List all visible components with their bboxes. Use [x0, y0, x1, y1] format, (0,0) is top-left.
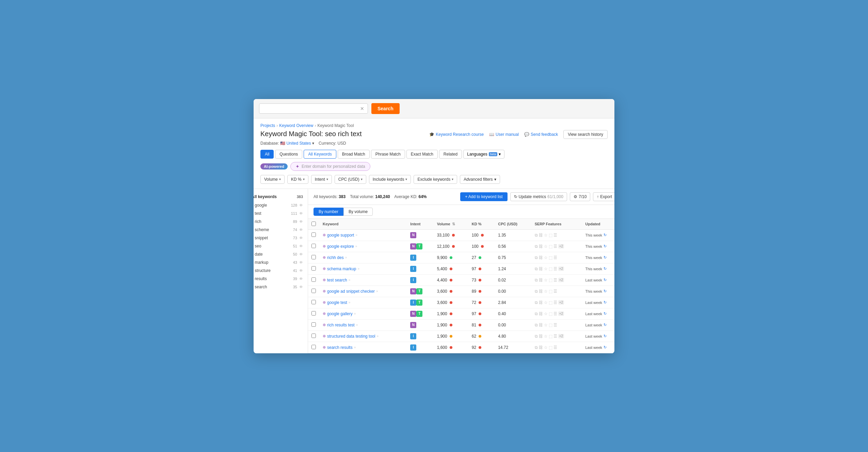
eye-icon[interactable]: 👁	[299, 285, 303, 289]
updated-cell: Last week ↻	[585, 300, 615, 305]
refresh-icon[interactable]: ↻	[604, 311, 607, 316]
sidebar-item-search[interactable]: › search 35 👁	[254, 283, 308, 291]
keyword-link[interactable]: ⊕ structured data testing tool »	[323, 334, 403, 339]
refresh-icon[interactable]: ↻	[604, 300, 607, 305]
breadcrumb-projects[interactable]: Projects	[260, 123, 275, 128]
keyword-link[interactable]: ⊕ search results »	[323, 345, 403, 350]
search-input[interactable]: seo rich text	[263, 106, 358, 111]
eye-icon[interactable]: 👁	[299, 228, 303, 232]
kd-indicator	[479, 279, 481, 281]
kd-filter[interactable]: KD % ▾	[287, 175, 308, 184]
domain-input[interactable]: ✦ Enter domain for personalized data	[290, 162, 370, 171]
refresh-icon[interactable]: ↻	[604, 289, 607, 293]
row-checkbox[interactable]	[311, 334, 316, 338]
row-checkbox[interactable]	[311, 244, 316, 248]
row-checkbox[interactable]	[311, 322, 316, 327]
keyword-link[interactable]: ⊕ google explore »	[323, 244, 403, 249]
info-icon: ⊕	[323, 334, 326, 338]
by-volume-button[interactable]: By volume	[343, 208, 373, 216]
refresh-icon[interactable]: ↻	[604, 323, 607, 327]
breadcrumb-keyword-overview[interactable]: Keyword Overview	[279, 123, 313, 128]
sidebar-item-structure[interactable]: › structure 41 👁	[254, 267, 308, 275]
advanced-filters-button[interactable]: Advanced filters ▾	[460, 175, 500, 184]
export-button[interactable]: ↑ Export	[593, 192, 614, 201]
refresh-icon[interactable]: ↻	[604, 278, 607, 282]
info-icon: ⊕	[323, 244, 326, 248]
serp-icon-2: ⛓	[539, 300, 543, 305]
cpc-filter[interactable]: CPC (USD) ▾	[335, 175, 366, 184]
sidebar-item-snippet[interactable]: › snippet 73 👁	[254, 234, 308, 242]
refresh-icon[interactable]: ↻	[604, 267, 607, 271]
refresh-icon[interactable]: ↻	[604, 345, 607, 350]
row-checkbox[interactable]	[311, 232, 316, 237]
sidebar-item-seo[interactable]: › seo 51 👁	[254, 242, 308, 250]
search-button[interactable]: Search	[371, 103, 400, 114]
manual-link[interactable]: 📖 User manual	[489, 132, 519, 137]
keyword-link[interactable]: ⊕ google ad snippet checker »	[323, 289, 403, 294]
row-checkbox[interactable]	[311, 255, 316, 259]
eye-icon[interactable]: 👁	[299, 269, 303, 273]
tab-all-keywords[interactable]: All Keywords	[304, 150, 336, 159]
eye-icon[interactable]: 👁	[299, 211, 303, 215]
tab-all[interactable]: All	[260, 150, 274, 159]
volume-filter[interactable]: Volume ▾	[260, 175, 285, 184]
serp-icon-5: ☰	[553, 267, 557, 271]
tab-related[interactable]: Related	[439, 150, 462, 159]
by-number-button[interactable]: By number	[314, 208, 343, 216]
db-country-link[interactable]: United States	[286, 141, 311, 146]
info-icon: ⊕	[323, 278, 326, 282]
view-history-button[interactable]: View search history	[563, 130, 608, 139]
tab-phrase-match[interactable]: Phrase Match	[371, 150, 405, 159]
eye-icon[interactable]: 👁	[299, 220, 303, 224]
sidebar-item-google[interactable]: › google 128 👁	[254, 201, 308, 209]
updated-cell: Last week ↻	[585, 334, 615, 338]
keyword-link[interactable]: ⊕ google gallery »	[323, 311, 403, 316]
course-link[interactable]: 🎓 Keyword Research course	[429, 132, 484, 137]
clear-icon[interactable]: ✕	[360, 106, 364, 111]
keyword-link[interactable]: ⊕ rich results test »	[323, 323, 403, 327]
keyword-link[interactable]: ⊕ google support »	[323, 233, 403, 238]
refresh-icon[interactable]: ↻	[604, 233, 607, 237]
sidebar-item-rich[interactable]: › rich 89 👁	[254, 217, 308, 226]
eye-icon[interactable]: 👁	[299, 203, 303, 207]
row-checkbox[interactable]	[311, 300, 316, 304]
sidebar-item-markup[interactable]: › markup 43 👁	[254, 258, 308, 267]
eye-icon[interactable]: 👁	[299, 252, 303, 256]
keyword-link[interactable]: ⊕ schema markup »	[323, 267, 403, 271]
include-keywords-filter[interactable]: Include keywords ▾	[369, 175, 411, 184]
select-all-checkbox[interactable]	[311, 222, 316, 226]
keyword-link[interactable]: ⊕ test search »	[323, 278, 403, 282]
keyword-link[interactable]: ⊕ google test »	[323, 300, 403, 305]
keyword-link[interactable]: ⊕ richh des »	[323, 255, 403, 260]
tab-exact-match[interactable]: Exact Match	[406, 150, 438, 159]
eye-icon[interactable]: 👁	[299, 260, 303, 264]
chevron-down-icon: ▾	[279, 177, 281, 181]
refresh-icon[interactable]: ↻	[604, 244, 607, 248]
exclude-keywords-filter[interactable]: Exclude keywords ▾	[414, 175, 457, 184]
row-checkbox[interactable]	[311, 277, 316, 282]
eye-icon[interactable]: 👁	[299, 244, 303, 248]
sidebar-item-scheme[interactable]: › scheme 74 👁	[254, 226, 308, 234]
row-checkbox[interactable]	[311, 289, 316, 293]
intent-filter[interactable]: Intent ▾	[311, 175, 332, 184]
feedback-link[interactable]: 💬 Send feedback	[524, 132, 558, 137]
sidebar-item-results[interactable]: › results 39 👁	[254, 275, 308, 283]
languages-button[interactable]: Languages beta ▾	[463, 150, 504, 159]
kd-cell: 89	[468, 286, 495, 297]
row-checkbox[interactable]	[311, 266, 316, 271]
eye-icon[interactable]: 👁	[299, 277, 303, 281]
refresh-icon[interactable]: ↻	[604, 334, 607, 338]
sidebar-item-date[interactable]: › date 50 👁	[254, 250, 308, 258]
settings-button[interactable]: ⚙ 7/10	[570, 192, 590, 201]
row-checkbox[interactable]	[311, 345, 316, 349]
add-to-keyword-list-button[interactable]: + Add to keyword list	[460, 192, 507, 201]
tab-broad-match[interactable]: Broad Match	[338, 150, 370, 159]
eye-icon[interactable]: 👁	[299, 236, 303, 240]
serp-icon-4: ⬚	[549, 334, 552, 339]
th-volume[interactable]: Volume ⇅	[434, 219, 468, 230]
tab-questions[interactable]: Questions	[275, 150, 302, 159]
sidebar-item-test[interactable]: › test 111 👁	[254, 209, 308, 217]
update-metrics-button[interactable]: ↻ Update metrics 61/1,000	[510, 192, 567, 201]
refresh-icon[interactable]: ↻	[604, 255, 607, 260]
row-checkbox[interactable]	[311, 311, 316, 316]
